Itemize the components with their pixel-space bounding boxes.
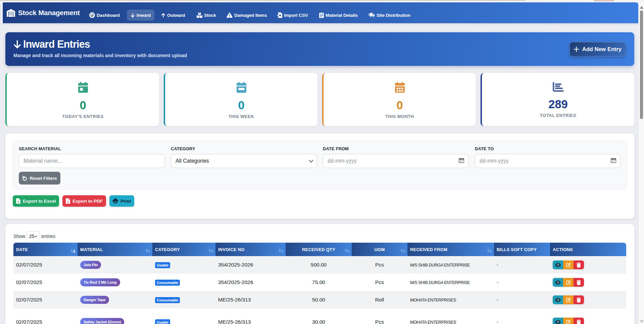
svg-text:x: x xyxy=(17,200,19,203)
svg-text:A: A xyxy=(67,201,69,203)
